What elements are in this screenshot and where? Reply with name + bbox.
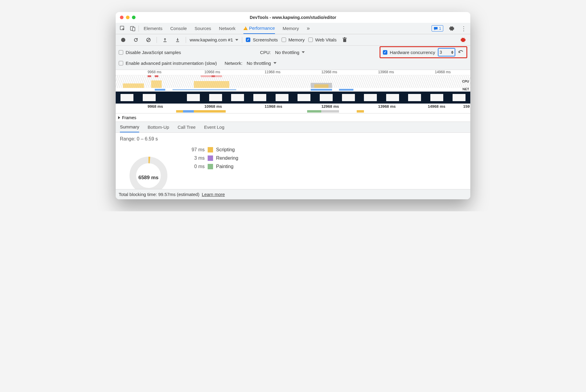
tab-more[interactable]: » xyxy=(307,23,310,34)
filmstrip-frame[interactable] xyxy=(183,92,204,103)
memory-checkbox[interactable]: Memory xyxy=(282,37,305,42)
ruler-tick: 10968 ms xyxy=(204,104,222,109)
ruler-tick: 159 xyxy=(463,104,470,109)
close-window-button[interactable] xyxy=(120,16,124,19)
status-footer: Total blocking time: 99.57ms (estimated)… xyxy=(116,189,470,199)
tab-sources[interactable]: Sources xyxy=(195,23,211,34)
download-icon[interactable] xyxy=(173,35,182,44)
network-throttle-dropdown[interactable]: No throttling xyxy=(247,61,276,66)
subtab-bottom-up[interactable]: Bottom-Up xyxy=(148,122,169,132)
ruler-tick: 9968 ms xyxy=(148,70,161,74)
upload-icon[interactable] xyxy=(160,35,169,44)
messages-badge[interactable]: 1 xyxy=(432,25,443,32)
ruler-tick: 12968 ms xyxy=(321,70,337,74)
chevron-down-icon xyxy=(273,62,276,64)
minimize-window-button[interactable] xyxy=(126,16,130,19)
page-selector-value: www.kapwing.com #1 xyxy=(190,37,233,42)
number-stepper-icon[interactable] xyxy=(451,51,453,54)
disable-js-checkbox[interactable]: Disable JavaScript samples xyxy=(119,50,181,55)
learn-more-link[interactable]: Learn more xyxy=(202,192,225,197)
legend-name: Scripting xyxy=(216,147,235,152)
flame-preview xyxy=(116,110,470,113)
filmstrip-frame[interactable] xyxy=(337,92,359,103)
legend-name: Painting xyxy=(216,164,233,169)
adv-paint-label: Enable advanced paint instrumentation (s… xyxy=(126,61,217,66)
screenshots-label: Screenshots xyxy=(253,37,278,42)
hardware-concurrency-checkbox[interactable]: Hardware concurrency xyxy=(383,50,435,55)
hardware-concurrency-input[interactable]: 3 xyxy=(438,48,455,56)
filmstrip-frame[interactable] xyxy=(227,92,249,103)
filmstrip-frame[interactable] xyxy=(426,92,448,103)
tab-network[interactable]: Network xyxy=(219,23,236,34)
checkbox-checked-icon xyxy=(246,38,250,42)
filmstrip-frame[interactable] xyxy=(205,92,227,103)
chevron-down-icon xyxy=(302,51,305,53)
capture-settings-gear-icon[interactable] xyxy=(458,35,467,44)
maximize-window-button[interactable] xyxy=(132,16,136,19)
page-selector[interactable]: www.kapwing.com #1 xyxy=(190,37,238,42)
reload-record-button[interactable] xyxy=(131,35,140,44)
filmstrip-frame[interactable] xyxy=(448,92,470,103)
legend-value: 3 ms xyxy=(186,155,205,161)
ruler-tick: 12968 ms xyxy=(321,104,339,109)
screenshots-checkbox[interactable]: Screenshots xyxy=(246,37,278,42)
adv-paint-checkbox[interactable]: Enable advanced paint instrumentation (s… xyxy=(119,61,217,66)
garbage-collect-icon[interactable] xyxy=(340,35,349,44)
svg-line-5 xyxy=(147,39,150,41)
cpu-throttle-dropdown[interactable]: No throttling xyxy=(275,50,305,55)
device-toggle-icon[interactable] xyxy=(128,24,137,33)
network-label: Network: xyxy=(225,61,243,66)
tab-memory[interactable]: Memory xyxy=(283,23,299,34)
timeline-overview[interactable]: 9968 ms 10968 ms 11968 ms 12968 ms 13968… xyxy=(116,70,470,113)
filmstrip-frame[interactable] xyxy=(293,92,315,103)
summary-donut-chart: 6589 ms xyxy=(120,147,177,189)
tab-performance[interactable]: Performance xyxy=(243,23,275,34)
filmstrip-frame[interactable] xyxy=(316,92,337,103)
reset-concurrency-icon[interactable] xyxy=(458,49,464,55)
subtab-event-log[interactable]: Event Log xyxy=(204,122,224,132)
more-menu-icon[interactable]: ⋮ xyxy=(459,25,468,32)
legend-swatch xyxy=(208,155,213,161)
filmstrip-frame[interactable] xyxy=(404,92,426,103)
frames-track-header[interactable]: Frames xyxy=(116,113,470,122)
webvitals-label: Web Vitals xyxy=(315,37,337,42)
tab-elements[interactable]: Elements xyxy=(144,23,163,34)
main-tabbar: Elements Console Sources Network Perform… xyxy=(116,23,470,34)
checkbox-icon xyxy=(119,50,123,55)
separator xyxy=(157,37,157,43)
filmstrip-frame[interactable] xyxy=(160,92,182,103)
time-ruler: 9968 ms 10968 ms 11968 ms 12968 ms 13968… xyxy=(116,70,470,75)
tab-performance-label: Performance xyxy=(249,26,275,31)
chevron-down-icon xyxy=(235,39,238,41)
hardware-concurrency-label: Hardware concurrency xyxy=(390,50,435,55)
filmstrip-frame[interactable] xyxy=(116,92,138,103)
details-subtabs: Summary Bottom-Up Call Tree Event Log xyxy=(116,122,470,133)
svg-rect-2 xyxy=(133,27,135,31)
cpu-label: CPU: xyxy=(260,50,271,55)
panel-tabs: Elements Console Sources Network Perform… xyxy=(144,23,310,34)
memory-label: Memory xyxy=(288,37,305,42)
legend-swatch xyxy=(208,164,213,169)
checkbox-checked-icon xyxy=(383,50,387,55)
clear-button[interactable] xyxy=(144,35,153,44)
filmstrip-frame[interactable] xyxy=(139,92,160,103)
filmstrip-frame[interactable] xyxy=(360,92,381,103)
filmstrip-frame[interactable] xyxy=(249,92,271,103)
webvitals-checkbox[interactable]: Web Vitals xyxy=(308,37,337,42)
settings-gear-icon[interactable] xyxy=(447,24,456,33)
record-button[interactable] xyxy=(119,35,128,44)
svg-rect-9 xyxy=(343,38,347,38)
ruler-tick: 13968 ms xyxy=(378,104,396,109)
tabbar-right: 1 ⋮ xyxy=(432,24,468,33)
subtab-summary[interactable]: Summary xyxy=(120,122,139,132)
checkbox-icon xyxy=(119,61,123,65)
filmstrip-frame[interactable] xyxy=(271,92,293,103)
subtab-call-tree[interactable]: Call Tree xyxy=(178,122,196,132)
filmstrip-frame[interactable] xyxy=(382,92,404,103)
svg-rect-7 xyxy=(176,41,179,42)
checkbox-icon xyxy=(308,38,313,42)
screenshot-filmstrip[interactable] xyxy=(116,92,470,104)
tab-console[interactable]: Console xyxy=(170,23,187,34)
devtools-window: DevTools - www.kapwing.com/studio/editor… xyxy=(116,12,470,199)
inspect-icon[interactable] xyxy=(118,24,127,33)
